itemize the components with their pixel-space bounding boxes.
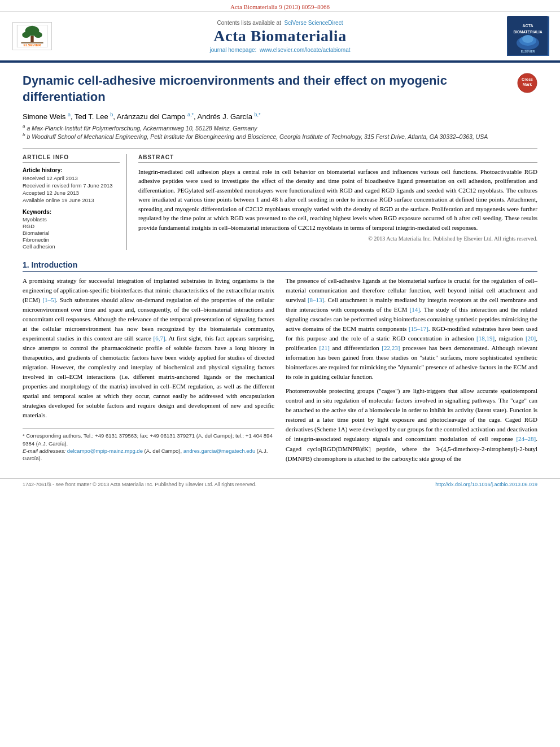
copyright-line: © 2013 Acta Materialia Inc. Published by… bbox=[138, 235, 537, 242]
introduction-section: 1. Introduction A promising strategy for… bbox=[23, 260, 537, 468]
homepage-url[interactable]: www.elsevier.com/locate/actabiomat bbox=[260, 47, 351, 53]
keyword-1: Myoblasts bbox=[23, 216, 120, 222]
acta-biomaterialia-logo: ACTA BIOMATERIALIA ELSEVIER bbox=[507, 16, 549, 56]
svg-text:ACTA: ACTA bbox=[523, 24, 533, 28]
svg-point-4 bbox=[34, 32, 42, 38]
journal-citation: Acta Biomaterialia 9 (2013) 8059–8066 bbox=[0, 0, 560, 12]
page: Acta Biomaterialia 9 (2013) 8059–8066 EL… bbox=[0, 0, 560, 747]
svg-text:Cross: Cross bbox=[522, 77, 533, 81]
sciverse-line: Contents lists available at SciVerse Sci… bbox=[217, 20, 343, 26]
received-revised-date: Received in revised form 7 June 2013 bbox=[23, 182, 120, 189]
keywords-label: Keywords: bbox=[23, 209, 120, 215]
footnote-corresponding: * Corresponding authors. Tel.: +49 6131 … bbox=[23, 432, 274, 447]
footer-doi[interactable]: http://dx.doi.org/10.1016/j.actbio.2013.… bbox=[435, 482, 537, 487]
citation-text: Acta Biomaterialia 9 (2013) 8059–8066 bbox=[230, 3, 330, 10]
journal-title: Acta Biomaterialia bbox=[213, 27, 346, 45]
intro-para-3: Photoremovable protecting groups ("cages… bbox=[286, 386, 537, 463]
acta-logo-right: ACTA BIOMATERIALIA ELSEVIER bbox=[502, 16, 553, 56]
authors-line: Simone Weis a, Ted T. Lee b, Aránzazu de… bbox=[23, 112, 537, 121]
affiliation-a: a a Max-Planck-Institut für Polymerforsc… bbox=[23, 124, 537, 132]
article-info-title: ARTICLE INFO bbox=[23, 154, 120, 163]
homepage-label: journal homepage: bbox=[209, 47, 256, 53]
body-col-left: A promising strategy for successful inte… bbox=[23, 276, 274, 468]
footer-issn: 1742-7061/$ - see front matter © 2013 Ac… bbox=[23, 482, 256, 487]
article-history-label: Article history: bbox=[23, 167, 120, 173]
keyword-5: Cell adhesion bbox=[23, 243, 120, 250]
svg-text:ELSEVIER: ELSEVIER bbox=[24, 43, 41, 47]
contents-available-text: Contents lists available at bbox=[217, 20, 281, 26]
crossmark-logo: Cross Mark bbox=[517, 73, 537, 93]
intro-para-2: The presence of cell-adhesive ligands at… bbox=[286, 276, 537, 382]
acta-logo-text: ACTA BIOMATERIALIA ELSEVIER bbox=[508, 16, 548, 56]
section-title: 1. Introduction bbox=[23, 260, 537, 272]
footnote-email: E-mail addresses: delcampo@mpip-mainz.mp… bbox=[23, 447, 274, 462]
footer: 1742-7061/$ - see front matter © 2013 Ac… bbox=[0, 478, 560, 490]
journal-header: ELSEVIER Contents lists available at Sci… bbox=[0, 12, 560, 62]
article-title-section: Dynamic cell-adhesive microenvironments … bbox=[23, 73, 537, 105]
body-col-right: The presence of cell-adhesive ligands at… bbox=[286, 276, 537, 468]
keyword-3: Biomaterial bbox=[23, 230, 120, 236]
svg-point-12 bbox=[522, 35, 533, 43]
keyword-2: RGD bbox=[23, 223, 120, 229]
two-column-body: A promising strategy for successful inte… bbox=[23, 276, 537, 468]
sciverse-link[interactable]: SciVerse ScienceDirect bbox=[285, 20, 343, 26]
footnote-section: * Corresponding authors. Tel.: +49 6131 … bbox=[23, 428, 274, 462]
available-online-date: Available online 19 June 2013 bbox=[23, 196, 120, 204]
article-info-panel: ARTICLE INFO Article history: Received 1… bbox=[23, 154, 127, 250]
abstract-title: ABSTRACT bbox=[138, 154, 537, 163]
article-body: ARTICLE INFO Article history: Received 1… bbox=[23, 148, 537, 250]
journal-header-center: Contents lists available at SciVerse Sci… bbox=[63, 16, 497, 56]
keyword-4: Fibronectin bbox=[23, 237, 120, 243]
svg-text:BIOMATERIALIA: BIOMATERIALIA bbox=[513, 30, 542, 34]
accepted-date: Accepted 12 June 2013 bbox=[23, 189, 120, 196]
main-content: Dynamic cell-adhesive microenvironments … bbox=[0, 63, 560, 478]
journal-homepage: journal homepage: www.elsevier.com/locat… bbox=[209, 47, 350, 53]
elsevier-tree-image: ELSEVIER bbox=[12, 22, 52, 50]
intro-para-1: A promising strategy for successful inte… bbox=[23, 276, 274, 421]
svg-rect-2 bbox=[30, 36, 33, 42]
abstract-text: Integrin-mediated cell adhesion plays a … bbox=[138, 167, 537, 233]
svg-point-3 bbox=[22, 32, 30, 38]
svg-text:ELSEVIER: ELSEVIER bbox=[521, 50, 535, 53]
article-title: Dynamic cell-adhesive microenvironments … bbox=[23, 73, 511, 105]
svg-text:Mark: Mark bbox=[523, 82, 532, 86]
received-date: Received 12 April 2013 bbox=[23, 174, 120, 182]
elsevier-logo: ELSEVIER bbox=[7, 16, 58, 56]
affiliation-b: b b Woodruff School of Mechanical Engine… bbox=[23, 132, 537, 140]
abstract-section: ABSTRACT Integrin-mediated cell adhesion… bbox=[138, 154, 537, 250]
